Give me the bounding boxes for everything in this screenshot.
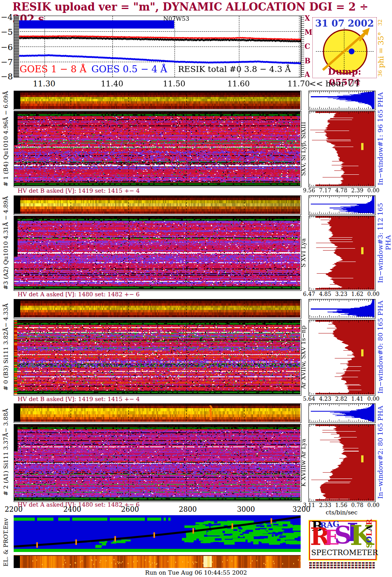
logo-solar-letter: A (365, 525, 373, 531)
logo-credits (309, 561, 375, 568)
goes-ytick: −4 (1, 13, 12, 22)
credit-line (309, 567, 375, 568)
dgi-tick: 3200 (290, 505, 313, 513)
goes-ytick: −8 (1, 72, 12, 81)
goes-class-letter: M (305, 28, 312, 36)
pha-axis-tick: 3.23 (335, 291, 347, 297)
channel4-ion-label: K XVIIIw Ar Lya (300, 424, 308, 501)
goes-class-letter: X (305, 14, 310, 22)
dgi-tick: 3000 (234, 505, 258, 513)
channel3-left-label: # 0 (B3) Si111 3.82Å− 4.33Å (2, 299, 12, 395)
environment-label: EL. & PROT.Env (2, 515, 11, 569)
phi-top-value: 32 (377, 19, 383, 27)
pha-axis-tick: 1.41 (351, 396, 363, 402)
channel1-pha-hist (308, 111, 376, 187)
logo-solar-letter: R (365, 519, 373, 525)
channel1-spectrogram (14, 111, 301, 187)
logo-solar: SOLAR (365, 521, 373, 548)
pha-axis-tick: 1.62 (351, 291, 363, 297)
channel1-pha-axis: 9.567.174.782.390.00 (303, 187, 380, 194)
goes-ytick: −7 (1, 57, 12, 67)
hour-tick: 11.70 (287, 79, 310, 88)
logo-solar-letter: S (365, 543, 373, 548)
channel1-window-label: In−window#1: 96 165 PHA (376, 91, 391, 187)
channel3-fluor-strip (14, 299, 301, 319)
pha-axis-tick: 0.00 (367, 396, 380, 402)
pha-axis-tick: 4.78 (335, 187, 347, 194)
pha-axis-tick: 2.33 (319, 502, 331, 508)
run-timestamp: Run on Tue Aug 06 10:44:55 2002 (0, 569, 392, 576)
pha-axis-units: cts/bin/sec (308, 509, 375, 516)
channel2-ion-label: S XVI Lya (300, 216, 308, 290)
hour-tick: 11.50 (162, 79, 186, 88)
dgi-tick: 2200 (2, 505, 25, 513)
channel2-pha-upper-hist (308, 195, 376, 215)
channel3-hv-line: HV det B asked [V]: 1419 set: 1415 +− 4 (18, 396, 140, 403)
goes-ytick: −6 (1, 43, 12, 52)
dgi-tick: 2400 (61, 505, 84, 513)
hour-tick: 11.40 (100, 79, 124, 88)
channel3-ion-label: Ar XVIIw, SXV 1s−np (300, 320, 308, 395)
pha-axis-tick: 4.85 (319, 291, 331, 297)
channel3-pha-upper-hist (308, 299, 376, 319)
credit-line (309, 562, 375, 564)
pha-axis-tick: 2.82 (335, 396, 347, 402)
hour-tick: 11.30 (32, 79, 56, 88)
channel4-spectrogram (14, 424, 301, 502)
channel1-fluor-strip (14, 91, 301, 110)
hour-tick: 11.60 (227, 79, 250, 88)
channel2-hv-line: HV det A asked [V]: 1480 set: 1482 +− 6 (18, 291, 140, 298)
channel2-pha-axis: 6.474.853.231.620.00 (303, 291, 380, 297)
goes-class-letter: C (305, 42, 310, 50)
orbit-earth-map (14, 515, 301, 552)
logo-spectrometer: SPECTROMETER (311, 548, 378, 557)
dgi-tick: 2800 (176, 505, 200, 513)
channel2-pha-hist (308, 216, 376, 291)
pha-axis-tick: 6.47 (303, 291, 315, 297)
pha-axis-tick: 5.64 (303, 396, 315, 402)
pha-axis-tick: 0.78 (351, 502, 363, 508)
goes-flux-plot: N07W53 GOES 1 − 8 Å GOES 0.5 − 4 Å RESIK… (14, 16, 301, 77)
pha-axis-tick: 0.00 (367, 291, 380, 297)
flare-position-label: N07W53 (163, 15, 189, 22)
flare-spot-marker (349, 48, 355, 54)
sun-date-panel: 31 07 2002 Dump: 05574 (312, 17, 377, 78)
logo-solar-letter: O (365, 536, 373, 543)
pha-axis-tick: 0.00 (367, 502, 380, 508)
credit-line (309, 564, 375, 566)
dgi-tick: 2600 (118, 505, 142, 513)
channel4-pha-hist (308, 424, 376, 502)
proton-environment-strip (14, 555, 301, 568)
legend-goes-1-8: GOES 1 − 8 Å (20, 64, 86, 75)
channel4-window-label: In−window#2: 80 165 PHA (376, 403, 391, 501)
channel4-fluor-strip (14, 403, 301, 423)
goes-class-ruler (301, 16, 304, 77)
channel3-pha-axis: 5.644.232.821.410.00 (303, 396, 380, 402)
pha-axis-tick: 9.56 (303, 187, 315, 194)
resik-quicklook-page: RESIK upload ver = "m", DYNAMIC ALLOCATI… (0, 0, 392, 577)
legend-resik-total: RESIK total #0 3.8 − 4.3 Å (178, 65, 291, 74)
channel3-pha-hist (308, 320, 376, 396)
channel4-pha-upper-hist (308, 403, 376, 423)
channel1-left-label: # 1 (B4) Qu1010 4.96Å − 6.09Å (2, 91, 12, 187)
hour-axis-title: << hour UT (309, 79, 360, 88)
goes-class-letter: B (305, 57, 310, 65)
resik-logo: B RAG R E S I K SOLAR SPECTROMETER (309, 521, 376, 560)
pha-axis-tick: 0.00 (367, 187, 380, 194)
channel2-left-label: #3 (A2) Qu1010 4.31Å − 4.89Å (2, 195, 12, 290)
pha-axis-tick: 2.39 (351, 187, 363, 194)
channel1-pha-upper-hist (308, 91, 376, 110)
phi-label: phi = 35° (376, 30, 385, 70)
channel2-fluor-strip (14, 195, 301, 215)
channel1-ion-label: SXV, Si Lyβ, SiXIII (300, 111, 308, 186)
pha-axis-tick: 7.17 (319, 187, 331, 194)
channel3-window-label: In−window#0: 80 165 PHA (376, 299, 391, 395)
channel1-hv-line: HV det B asked [V]: 1419 set: 1415 +− 4 (18, 187, 140, 194)
legend-goes-05-4: GOES 0.5 − 4 Å (91, 64, 167, 75)
channel3-spectrogram (14, 320, 301, 396)
channel2-spectrogram (14, 216, 301, 291)
phi-bottom-value: 36 (377, 70, 383, 77)
channel4-pha-axis: 3.112.331.560.780.00 (303, 502, 380, 508)
channel4-left-label: # 2 (A1) Si111 3.37Å− 3.88Å (2, 403, 12, 501)
logo-solar-letter: L (365, 531, 373, 536)
